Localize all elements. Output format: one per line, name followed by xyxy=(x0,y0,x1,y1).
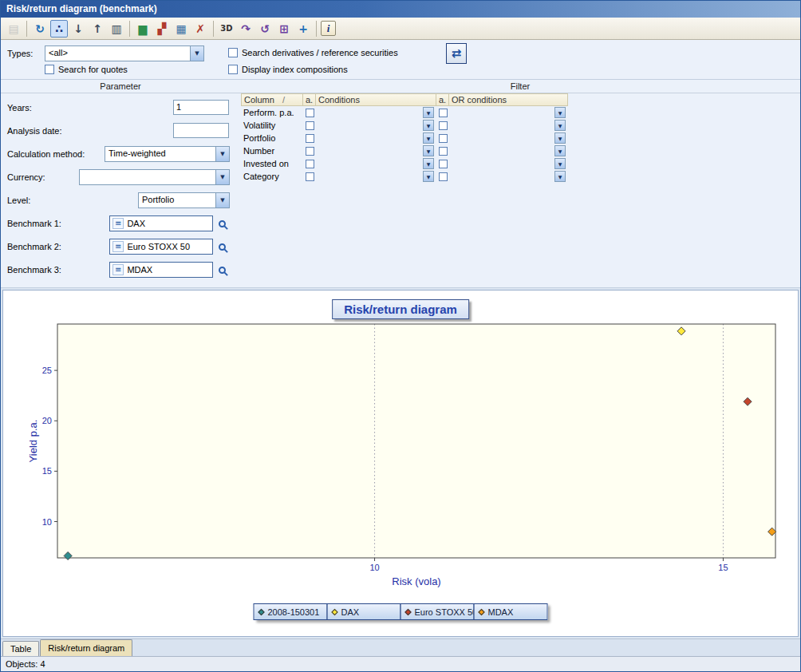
chevron-down-icon[interactable]: ▼ xyxy=(190,46,203,61)
and-checkbox[interactable] xyxy=(306,121,314,130)
search-icon[interactable] xyxy=(219,267,226,274)
and-checkbox[interactable] xyxy=(306,160,314,168)
filter-column-header[interactable]: a. xyxy=(436,93,449,106)
or-conditions-dropdown[interactable]: ▼ xyxy=(554,132,566,144)
or-conditions-dropdown[interactable]: ▼ xyxy=(554,158,566,169)
sort-descending-icon[interactable]: ↓ xyxy=(69,20,87,38)
rotate-icon[interactable]: ↷ xyxy=(237,20,255,38)
and-checkbox[interactable] xyxy=(306,172,314,181)
scatter-chart-icon[interactable]: ∴ xyxy=(50,20,68,38)
filter-row-label: Category xyxy=(241,172,303,181)
filter-column-header[interactable]: a. xyxy=(303,93,316,106)
search-icon[interactable] xyxy=(219,220,226,227)
chevron-down-icon[interactable]: ▼ xyxy=(215,170,229,184)
legend-item[interactable]: DAX xyxy=(327,603,401,620)
parameter-row: Calculation method:Time-weighted▼ xyxy=(1,143,240,166)
search-icon[interactable] xyxy=(219,243,226,251)
types-value: <all> xyxy=(45,46,190,61)
benchmark3-lookup: ≡MDAX xyxy=(109,262,241,278)
types-label: Types: xyxy=(7,49,33,58)
or-and-checkbox[interactable] xyxy=(439,172,448,181)
add-icon[interactable]: + xyxy=(294,20,312,38)
conditions-dropdown[interactable]: ▼ xyxy=(423,145,434,156)
conditions-dropdown[interactable]: ▼ xyxy=(423,158,434,169)
and-checkbox[interactable] xyxy=(306,134,314,143)
filter-row-label: Portfolio xyxy=(241,133,303,143)
or-and-checkbox[interactable] xyxy=(439,147,448,156)
and-checkbox[interactable] xyxy=(306,147,314,156)
bar-chart-icon[interactable]: ▆ xyxy=(134,20,152,38)
benchmark3-label: Benchmark 3: xyxy=(7,265,61,275)
parameter-row: Currency:▼ xyxy=(1,166,240,189)
parameter-row: Benchmark 3:≡MDAX xyxy=(1,259,240,282)
legend-item[interactable]: Euro STOXX 50 xyxy=(400,603,475,620)
benchmark3-input[interactable]: ≡MDAX xyxy=(109,262,213,278)
calc_method-select[interactable]: Time-weighted▼ xyxy=(105,146,230,162)
chevron-down-icon[interactable]: ▼ xyxy=(215,193,229,208)
sort-ascending-icon[interactable]: ↑ xyxy=(89,20,106,38)
index-compositions-checkbox[interactable] xyxy=(228,65,238,74)
level-select[interactable]: Portfolio▼ xyxy=(138,192,230,208)
conditions-dropdown[interactable]: ▼ xyxy=(423,132,434,144)
legend-label: Euro STOXX 50 xyxy=(415,607,475,617)
filter-row-label: Number xyxy=(241,146,303,156)
conditions-dropdown[interactable]: ▼ xyxy=(423,120,434,131)
or-and-checkbox[interactable] xyxy=(439,121,448,130)
or-conditions-dropdown[interactable]: ▼ xyxy=(554,120,566,131)
delete-icon[interactable]: ✗ xyxy=(191,20,209,38)
tab-risk-return-diagram[interactable]: Risk/return diagram xyxy=(40,639,132,656)
legend-marker-icon xyxy=(404,608,411,615)
tab-table[interactable]: Table xyxy=(2,641,39,656)
legend-label: DAX xyxy=(341,607,360,617)
derivatives-checkbox[interactable] xyxy=(228,48,238,57)
legend-item[interactable]: MDAX xyxy=(474,603,548,620)
chevron-down-icon[interactable]: ▼ xyxy=(215,147,229,161)
benchmark1-value: DAX xyxy=(127,219,145,228)
or-conditions-dropdown[interactable]: ▼ xyxy=(554,171,566,182)
svg-text:Risk (vola): Risk (vola) xyxy=(392,575,440,587)
report-icon[interactable]: ▦ xyxy=(172,20,190,38)
refresh-icon[interactable]: ↻ xyxy=(31,20,49,38)
conditions-dropdown[interactable]: ▼ xyxy=(423,171,434,182)
print-icon[interactable]: ▤ xyxy=(5,20,22,38)
or-and-checkbox[interactable] xyxy=(439,160,448,168)
years-label: Years: xyxy=(7,103,32,113)
or-conditions-dropdown[interactable]: ▼ xyxy=(554,107,566,118)
histogram-icon[interactable]: ▥ xyxy=(108,20,125,38)
info-icon[interactable]: i xyxy=(321,21,336,36)
filter-column-header[interactable]: Conditions xyxy=(316,93,436,106)
types-select[interactable]: <all> ▼ xyxy=(45,45,204,61)
filter-column-header[interactable]: OR conditions xyxy=(449,93,568,106)
scatter-plot: 101510152025Risk (vola)Yield p.a. xyxy=(10,319,791,597)
legend-item[interactable]: 2008-150301 xyxy=(254,603,328,620)
parameter-fields: Years:1Analysis date:Calculation method:… xyxy=(1,97,240,282)
filter-row-label: Perform. p.a. xyxy=(241,108,303,117)
filter-column-header[interactable]: Column/ xyxy=(241,93,303,106)
years-input[interactable]: 1 xyxy=(173,100,229,115)
3d-icon[interactable]: 3D xyxy=(218,20,235,38)
or-and-checkbox[interactable] xyxy=(439,134,448,143)
legend-marker-icon xyxy=(331,608,337,615)
zoom-window-icon[interactable]: ⊞ xyxy=(275,20,293,38)
rotate-back-icon[interactable]: ↺ xyxy=(256,20,274,38)
refresh-button[interactable]: ⇄ xyxy=(446,43,467,64)
currency-select[interactable]: ▼ xyxy=(79,169,230,185)
area-chart-icon[interactable]: ▞ xyxy=(153,20,171,38)
currency-value xyxy=(80,170,215,184)
conditions-dropdown[interactable]: ▼ xyxy=(423,107,434,118)
or-and-checkbox[interactable] xyxy=(439,109,448,117)
legend-marker-icon xyxy=(478,608,484,615)
parameter-filter-panel: Parameter Filter Years:1Analysis date:Ca… xyxy=(1,80,800,288)
analysis_date-input[interactable] xyxy=(173,123,229,138)
app-window: Risk/return diagram (benchmark) ▤↻∴↓↑▥▆▞… xyxy=(0,0,801,672)
or-conditions-dropdown[interactable]: ▼ xyxy=(554,145,566,156)
benchmark2-input[interactable]: ≡Euro STOXX 50 xyxy=(109,239,213,255)
and-checkbox[interactable] xyxy=(306,109,314,117)
benchmark1-input[interactable]: ≡DAX xyxy=(109,215,213,231)
legend-label: 2008-150301 xyxy=(268,607,320,617)
svg-text:20: 20 xyxy=(42,416,52,425)
svg-text:10: 10 xyxy=(42,517,52,527)
legend-label: MDAX xyxy=(488,607,514,617)
filter-table: Column/a.Conditionsa.OR conditions Perfo… xyxy=(241,93,568,183)
quotes-checkbox[interactable] xyxy=(45,65,54,74)
